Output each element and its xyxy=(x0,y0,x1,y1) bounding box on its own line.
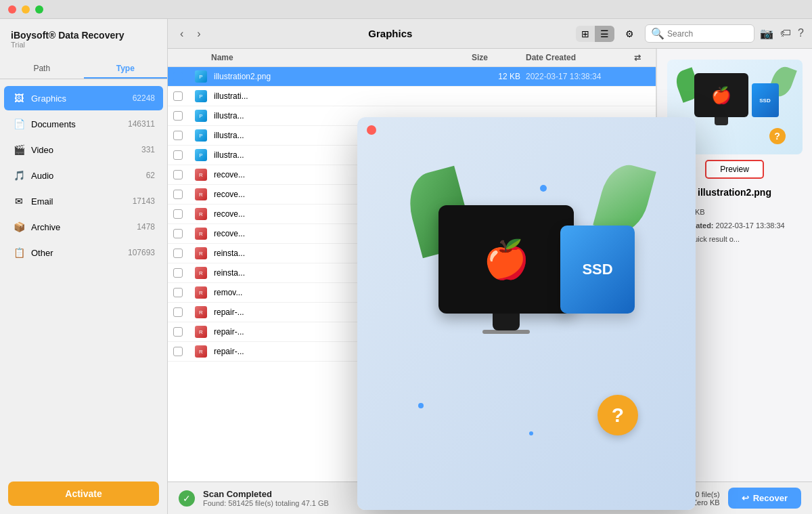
sidebar-label-email: Email xyxy=(31,196,133,207)
sidebar-count-email: 17143 xyxy=(133,196,155,206)
sidebar-item-archive[interactable]: 📦 Archive 1478 xyxy=(4,215,163,239)
file-type-icon: R xyxy=(195,247,207,259)
decoration-dot-2 xyxy=(418,403,424,408)
sidebar-item-email[interactable]: ✉ Email 17143 xyxy=(4,189,163,213)
header-check xyxy=(173,53,195,62)
file-name: illustrati... xyxy=(211,91,472,101)
file-checkbox[interactable] xyxy=(173,229,183,238)
sidebar-label-documents: Documents xyxy=(31,119,128,129)
sidebar-label-audio: Audio xyxy=(31,171,146,181)
sidebar-item-video[interactable]: 🎬 Video 331 xyxy=(4,137,163,162)
search-box[interactable]: 🔍 xyxy=(645,24,754,43)
file-checkbox[interactable] xyxy=(173,347,183,356)
file-type-icon: R xyxy=(195,228,207,240)
file-checkbox[interactable] xyxy=(173,190,183,199)
file-checkbox[interactable] xyxy=(173,209,183,219)
file-checkbox[interactable] xyxy=(173,327,183,337)
activate-button[interactable]: Activate xyxy=(8,481,159,506)
recover-label: Recover xyxy=(753,493,788,503)
large-question-badge: ? xyxy=(597,395,638,435)
file-checkbox[interactable] xyxy=(173,131,183,140)
other-icon: 📋 xyxy=(12,246,26,259)
view-toggle: ⊞ ☰ xyxy=(576,26,614,42)
large-apple-icon: 🍎 xyxy=(483,238,530,282)
file-checkbox[interactable] xyxy=(173,72,183,81)
sidebar-count-archive: 1478 xyxy=(137,222,155,232)
file-size: 12 KB xyxy=(472,72,526,81)
file-checkbox[interactable] xyxy=(173,150,183,160)
list-view-button[interactable]: ☰ xyxy=(595,26,614,42)
file-type-icon: R xyxy=(195,306,207,318)
overlay-inner: 🍎 SSD ? xyxy=(384,151,669,476)
maximize-button[interactable] xyxy=(35,5,43,14)
tab-type[interactable]: Type xyxy=(84,60,168,79)
scan-complete-icon: ✓ xyxy=(179,490,195,507)
sidebar-count-documents: 146311 xyxy=(128,119,155,129)
app-body: iBoysoft® Data Recovery Trial Path Type … xyxy=(0,19,812,514)
file-type-icon: P xyxy=(195,149,207,161)
file-type-icon: R xyxy=(195,169,207,181)
sidebar-item-audio[interactable]: 🎵 Audio 62 xyxy=(4,163,163,188)
header-name: Name xyxy=(211,53,472,62)
file-type-icon: P xyxy=(195,90,207,102)
documents-icon: 📄 xyxy=(12,117,26,131)
email-icon: ✉ xyxy=(12,194,26,208)
overlay-close-button[interactable] xyxy=(367,125,376,135)
sidebar-item-other[interactable]: 📋 Other 107693 xyxy=(4,240,163,265)
tab-path[interactable]: Path xyxy=(0,60,84,79)
graphics-icon: 🖼 xyxy=(12,91,26,105)
large-ssd-box: SSD xyxy=(560,226,635,314)
close-button[interactable] xyxy=(8,5,16,14)
minimize-button[interactable] xyxy=(22,5,30,14)
app-title: iBoysoft® Data Recovery xyxy=(11,30,156,41)
sidebar-tabs: Path Type xyxy=(0,60,167,79)
filter-button[interactable]: ⚙ xyxy=(620,26,639,42)
archive-icon: 📦 xyxy=(12,220,26,234)
video-icon: 🎬 xyxy=(12,143,26,156)
sidebar-item-graphics[interactable]: 🖼 Graphics 62248 xyxy=(4,86,163,110)
file-checkbox[interactable] xyxy=(173,249,183,258)
preview-button[interactable]: Preview xyxy=(705,160,764,179)
sidebar-count-audio: 62 xyxy=(146,171,155,180)
title-bar xyxy=(0,0,812,19)
camera-icon[interactable]: 📷 xyxy=(760,27,773,40)
file-type-icon: R xyxy=(195,345,207,358)
file-date: 2022-03-17 13:38:34 xyxy=(526,72,634,81)
apple-logo-icon: 🍎 xyxy=(711,86,731,105)
sidebar-count-graphics: 62248 xyxy=(133,93,155,103)
ssd-box-preview: SSD xyxy=(752,83,779,117)
file-checkbox[interactable] xyxy=(173,111,183,121)
sidebar-label-graphics: Graphics xyxy=(31,93,133,104)
question-badge: ? xyxy=(769,128,786,144)
file-type-icon: P xyxy=(195,110,207,122)
sidebar-count-video: 331 xyxy=(141,145,155,154)
header-icon xyxy=(195,53,211,62)
file-checkbox[interactable] xyxy=(173,288,183,297)
grid-view-button[interactable]: ⊞ xyxy=(576,26,595,42)
forward-button[interactable]: › xyxy=(193,26,204,41)
back-button[interactable]: ‹ xyxy=(176,26,187,41)
sidebar-label-archive: Archive xyxy=(31,222,137,232)
audio-icon: 🎵 xyxy=(12,169,26,182)
sidebar-header: iBoysoft® Data Recovery Trial xyxy=(0,19,167,54)
tag-icon[interactable]: 🏷 xyxy=(780,27,791,40)
mac-monitor-preview: 🍎 xyxy=(694,73,748,117)
search-input[interactable] xyxy=(667,29,748,39)
help-icon[interactable]: ? xyxy=(798,27,804,40)
file-type-icon: P xyxy=(195,129,207,142)
file-type-icon: R xyxy=(195,208,207,220)
file-checkbox[interactable] xyxy=(173,268,183,278)
header-extra: ⇄ xyxy=(634,53,650,62)
app-subtitle: Trial xyxy=(11,41,156,49)
file-checkbox[interactable] xyxy=(173,307,183,317)
table-row[interactable]: P illustrati... xyxy=(168,87,656,106)
main-content: ‹ › Graphics ⊞ ☰ ⚙ 🔍 📷 🏷 ? xyxy=(168,19,812,514)
preview-overlay: 🍎 SSD ? xyxy=(357,117,696,510)
sidebar-list: 🖼 Graphics 62248 📄 Documents 146311 🎬 Vi… xyxy=(0,85,167,473)
file-checkbox[interactable] xyxy=(173,170,183,179)
sidebar-item-documents[interactable]: 📄 Documents 146311 xyxy=(4,112,163,136)
recover-button[interactable]: ↩ Recover xyxy=(728,488,801,509)
file-type-icon: R xyxy=(195,286,207,299)
file-checkbox[interactable] xyxy=(173,91,183,101)
table-row[interactable]: P illustration2.png 12 KB 2022-03-17 13:… xyxy=(168,67,656,87)
